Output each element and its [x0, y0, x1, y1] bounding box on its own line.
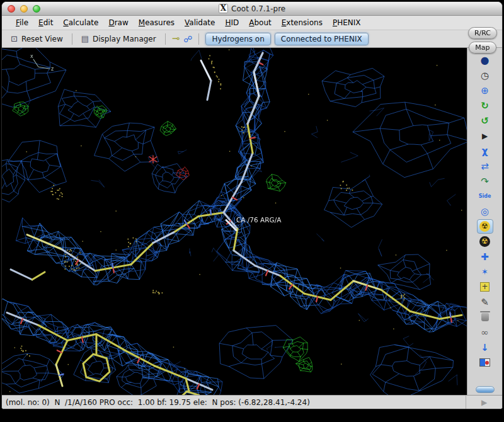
- ligand-rings-icon[interactable]: ∞: [477, 325, 493, 339]
- side-view-icon[interactable]: Side: [477, 189, 493, 203]
- radiation-glyph: ☢: [479, 221, 490, 232]
- maximize-button[interactable]: [33, 5, 40, 13]
- menu-extensions[interactable]: Extensions: [277, 17, 328, 28]
- goto-atom-icon[interactable]: ☍: [183, 35, 192, 43]
- statusbar-corner: ▶: [466, 396, 502, 409]
- radiation-dark-glyph: ☢: [479, 236, 490, 247]
- hydrogens-toggle-button[interactable]: Hydrogens on: [205, 33, 270, 45]
- sidebar-scrollbar-thumb[interactable]: [476, 386, 495, 393]
- difference-map-icon[interactable]: ☢: [477, 234, 493, 249]
- molecular-canvas[interactable]: [2, 48, 467, 395]
- add-residue-icon[interactable]: +: [477, 280, 493, 294]
- menu-calculate[interactable]: Calculate: [58, 17, 103, 28]
- toolbar-separator: [198, 33, 199, 45]
- gl-viewport[interactable]: CA /76 ARG/A: [2, 48, 467, 395]
- minimize-button[interactable]: [20, 5, 28, 13]
- map-radiation-icon[interactable]: ☢: [477, 219, 493, 234]
- menu-edit[interactable]: Edit: [33, 17, 58, 28]
- menu-about[interactable]: About: [244, 17, 277, 28]
- menubar: File Edit Calculate Draw Measures Valida…: [2, 16, 502, 30]
- refine-cross-icon[interactable]: ✚: [477, 249, 493, 264]
- pep-flip-icon[interactable]: ↷: [477, 174, 493, 188]
- toolbar: ⊡ Reset View ▤ Display Manager ⊸ ☍ Hydro…: [2, 30, 502, 48]
- trash-icon[interactable]: [477, 310, 493, 324]
- flag-glyph: [479, 358, 490, 367]
- titlebar[interactable]: X Coot 0.7.1-pre: [2, 2, 502, 16]
- translate-view-icon[interactable]: ⊕: [477, 83, 493, 98]
- toolbar-separator: [165, 33, 166, 45]
- main-content: CA /76 ARG/A ● ◷ ⊕ ↻ ↺ ▶ χ ⇄ ↷ Side ◎ ☢ …: [2, 48, 502, 395]
- menu-file[interactable]: File: [11, 17, 33, 28]
- map-control-buttons: R/RC Map: [468, 27, 497, 54]
- menu-validate[interactable]: Validate: [180, 17, 220, 28]
- reset-view-button[interactable]: ⊡ Reset View: [8, 33, 66, 45]
- display-manager-label: Display Manager: [93, 35, 156, 43]
- rotamer-icon[interactable]: χ: [477, 144, 493, 158]
- play-icon[interactable]: ▶: [477, 128, 493, 143]
- sphere-view-icon[interactable]: ●: [477, 53, 493, 67]
- residue-label: CA /76 ARG/A: [236, 216, 281, 224]
- coot-window: X Coot 0.7.1-pre File Edit Calculate Dra…: [1, 1, 503, 409]
- window-title-area: X Coot 0.7.1-pre: [2, 4, 502, 13]
- right-toolbar: ● ◷ ⊕ ↻ ↺ ▶ χ ⇄ ↷ Side ◎ ☢ ☢ ✚ ✶ + ✎ ∞ ↓: [467, 48, 502, 395]
- display-manager-icon: ▤: [81, 35, 89, 43]
- map-button[interactable]: Map: [469, 42, 496, 54]
- menu-draw[interactable]: Draw: [103, 17, 133, 28]
- menu-hid[interactable]: HID: [220, 17, 244, 28]
- statusbar: (mol. no: 0) N /1/A/160 PRO occ: 1.00 bf…: [2, 395, 502, 409]
- bond-tool-icon[interactable]: ✶: [477, 265, 493, 279]
- trash-glyph: [481, 313, 489, 321]
- down-arrow-icon[interactable]: ↓: [477, 340, 493, 355]
- window-title: Coot 0.7.1-pre: [231, 4, 285, 13]
- phenix-connection-button[interactable]: Connected to PHENIX: [275, 33, 369, 45]
- rotate-icon[interactable]: ↻: [477, 98, 493, 113]
- expand-triangle-icon[interactable]: ▶: [481, 398, 487, 407]
- pencil-icon[interactable]: ✎: [477, 295, 493, 309]
- key-icon[interactable]: ⊸: [172, 34, 180, 43]
- swap-conformer-icon[interactable]: ⇄: [477, 159, 493, 173]
- display-issues-icon[interactable]: [477, 355, 493, 370]
- display-manager-button[interactable]: ▤ Display Manager: [79, 33, 159, 45]
- reset-view-icon: ⊡: [11, 35, 18, 43]
- status-text: (mol. no: 0) N /1/A/160 PRO occ: 1.00 bf…: [2, 398, 466, 407]
- x11-icon: X: [219, 4, 228, 13]
- close-button[interactable]: [8, 5, 15, 13]
- menu-measures[interactable]: Measures: [134, 17, 180, 28]
- clock-view-icon[interactable]: ◷: [477, 68, 493, 83]
- reset-view-label: Reset View: [21, 35, 63, 43]
- toolbar-separator: [72, 33, 72, 45]
- plus-glyph: +: [480, 282, 490, 292]
- target-icon[interactable]: ◎: [477, 204, 493, 219]
- window-controls: [8, 5, 40, 13]
- menu-phenix[interactable]: PHENIX: [328, 17, 366, 28]
- rrc-button[interactable]: R/RC: [468, 27, 497, 39]
- torsion-icon[interactable]: ↺: [477, 113, 493, 128]
